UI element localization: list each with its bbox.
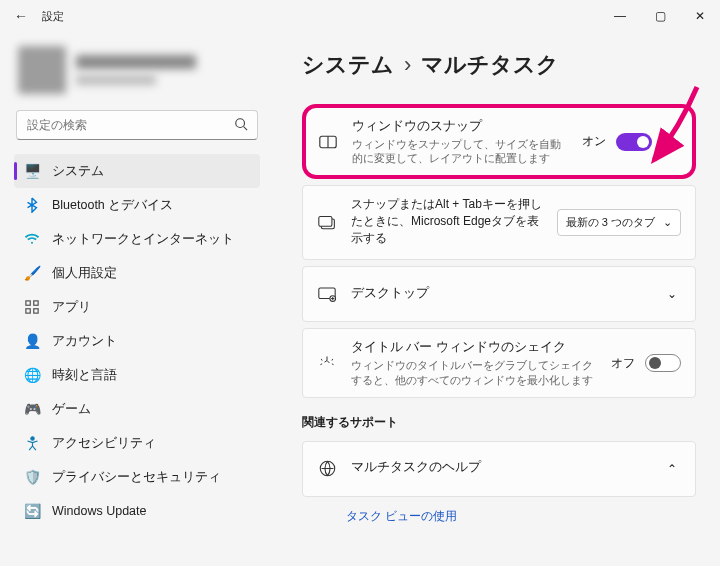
sidebar-icon-10: 🔄	[24, 503, 40, 519]
profile-name	[76, 55, 196, 69]
edge-tabs-dropdown-label: 最新の 3 つのタブ	[566, 215, 655, 230]
shake-state-label: オフ	[611, 356, 635, 371]
snap-icon	[318, 135, 338, 149]
svg-point-6	[30, 436, 33, 439]
sidebar-item-label: アカウント	[52, 333, 117, 350]
sidebar-item-9[interactable]: 🛡️プライバシーとセキュリティ	[14, 460, 260, 494]
snap-state-label: オン	[582, 134, 606, 149]
sidebar: 🖥️システムBluetooth とデバイスネットワークとインターネット🖌️個人用…	[0, 32, 268, 566]
help-icon	[317, 460, 337, 477]
edge-tabs-icon	[317, 215, 337, 231]
shake-title: タイトル バー ウィンドウのシェイク	[351, 339, 597, 356]
sidebar-item-label: ゲーム	[52, 401, 91, 418]
breadcrumb-parent[interactable]: システム	[302, 50, 394, 80]
sidebar-icon-1	[24, 197, 40, 213]
svg-line-1	[244, 127, 248, 131]
minimize-button[interactable]: —	[600, 0, 640, 32]
sidebar-item-6[interactable]: 🌐時刻と言語	[14, 358, 260, 392]
sidebar-item-10[interactable]: 🔄Windows Update	[14, 494, 260, 528]
window-title: 設定	[42, 9, 64, 24]
snap-expand[interactable]: ⌄	[662, 135, 680, 149]
svg-rect-2	[26, 301, 30, 305]
sidebar-item-label: Bluetooth とデバイス	[52, 197, 173, 214]
snap-toggle[interactable]	[616, 133, 652, 151]
sidebar-item-4[interactable]: アプリ	[14, 290, 260, 324]
profile-email	[76, 75, 156, 85]
card-help[interactable]: マルチタスクのヘルプ ⌃	[302, 441, 696, 497]
sidebar-icon-2	[24, 231, 40, 247]
sidebar-icon-7: 🎮	[24, 401, 40, 417]
snap-desc: ウィンドウをスナップして、サイズを自動的に変更して、レイアウトに配置します	[352, 137, 568, 165]
sidebar-item-label: ネットワークとインターネット	[52, 231, 234, 248]
sidebar-item-label: 時刻と言語	[52, 367, 117, 384]
svg-point-0	[236, 119, 245, 128]
maximize-button[interactable]: ▢	[640, 0, 680, 32]
sidebar-item-label: システム	[52, 163, 104, 180]
profile-block[interactable]	[14, 42, 260, 108]
avatar	[18, 46, 66, 94]
edge-tabs-title: スナップまたはAlt + Tabキーを押したときに、Microsoft Edge…	[351, 196, 543, 247]
sidebar-icon-4	[24, 299, 40, 315]
edge-tabs-dropdown[interactable]: 最新の 3 つのタブ ⌄	[557, 209, 681, 236]
related-heading: 関連するサポート	[302, 414, 696, 431]
card-desktop[interactable]: デスクトップ ⌄	[302, 266, 696, 322]
search-box	[16, 110, 258, 140]
search-icon	[234, 117, 248, 134]
sidebar-item-0[interactable]: 🖥️システム	[14, 154, 260, 188]
sidebar-item-7[interactable]: 🎮ゲーム	[14, 392, 260, 426]
sidebar-item-label: プライバシーとセキュリティ	[52, 469, 221, 486]
svg-rect-3	[34, 301, 38, 305]
svg-rect-10	[319, 216, 332, 226]
card-edge-tabs: スナップまたはAlt + Tabキーを押したときに、Microsoft Edge…	[302, 185, 696, 260]
sidebar-item-label: アプリ	[52, 299, 91, 316]
sidebar-item-8[interactable]: アクセシビリティ	[14, 426, 260, 460]
desktop-title: デスクトップ	[351, 285, 649, 302]
sidebar-item-1[interactable]: Bluetooth とデバイス	[14, 188, 260, 222]
sidebar-icon-3: 🖌️	[24, 265, 40, 281]
card-shake: タイトル バー ウィンドウのシェイク ウィンドウのタイトルバーをグラブしてシェイ…	[302, 328, 696, 397]
snap-title: ウィンドウのスナップ	[352, 118, 568, 135]
sidebar-icon-6: 🌐	[24, 367, 40, 383]
svg-rect-4	[26, 309, 30, 313]
main-panel: システム › マルチタスク ウィンドウのスナップ ウィンドウをスナップして、サイ…	[268, 32, 720, 566]
sidebar-item-label: 個人用設定	[52, 265, 117, 282]
sidebar-icon-9: 🛡️	[24, 469, 40, 485]
desktop-icon	[317, 287, 337, 302]
svg-rect-5	[34, 309, 38, 313]
desktop-expand[interactable]: ⌄	[663, 287, 681, 301]
shake-toggle[interactable]	[645, 354, 681, 372]
sidebar-icon-0: 🖥️	[24, 163, 40, 179]
shake-icon	[317, 354, 337, 372]
sidebar-item-2[interactable]: ネットワークとインターネット	[14, 222, 260, 256]
help-title: マルチタスクのヘルプ	[351, 459, 649, 476]
card-snap[interactable]: ウィンドウのスナップ ウィンドウをスナップして、サイズを自動的に変更して、レイア…	[302, 104, 696, 179]
help-collapse[interactable]: ⌃	[663, 462, 681, 476]
sidebar-item-label: アクセシビリティ	[52, 435, 156, 452]
back-button[interactable]: ←	[14, 8, 42, 24]
sidebar-item-3[interactable]: 🖌️個人用設定	[14, 256, 260, 290]
breadcrumb: システム › マルチタスク	[302, 50, 696, 80]
sidebar-item-5[interactable]: 👤アカウント	[14, 324, 260, 358]
search-input[interactable]	[16, 110, 258, 140]
shake-desc: ウィンドウのタイトルバーをグラブしてシェイクすると、他のすべてのウィンドウを最小…	[351, 358, 597, 386]
breadcrumb-current: マルチタスク	[421, 50, 559, 80]
breadcrumb-sep: ›	[404, 52, 411, 78]
sidebar-item-label: Windows Update	[52, 504, 147, 518]
titlebar: ← 設定 — ▢ ✕	[0, 0, 720, 32]
sidebar-icon-8	[24, 435, 40, 451]
chevron-down-icon: ⌄	[663, 216, 672, 229]
related-link[interactable]: タスク ビューの使用	[302, 503, 696, 524]
close-button[interactable]: ✕	[680, 0, 720, 32]
sidebar-icon-5: 👤	[24, 333, 40, 349]
